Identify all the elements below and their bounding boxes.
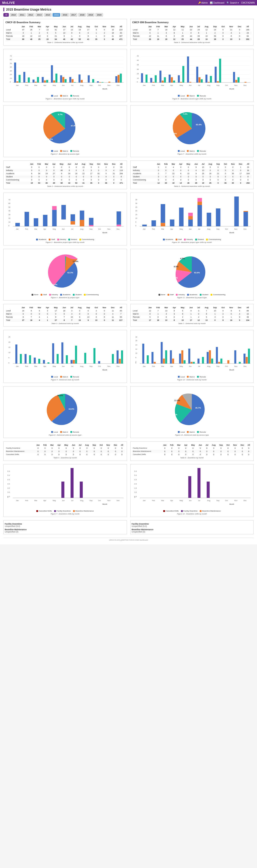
fig4-box: 62.3% 24.6% 11.9% None Staff Industry Ac… (3, 249, 127, 301)
nav-admin[interactable]: 🔑 Admin (198, 2, 208, 4)
svg-rect-47 (109, 82, 111, 83)
fig4-caption: Figure 4 - Beamtime by project type (5, 297, 125, 299)
fig13-legend: Local Mail-In Remote (132, 431, 252, 433)
svg-text:Aug: Aug (80, 228, 83, 230)
svg-rect-233 (34, 358, 36, 364)
fig8-caption: Figure 8 - Delivered visits by access ty… (5, 434, 125, 436)
filter-2014[interactable]: 2014 (44, 13, 52, 17)
fig5-caption: Figure 5 - Delivered visits by month (5, 379, 125, 381)
svg-rect-24 (37, 77, 39, 83)
svg-text:Nov: Nov (107, 84, 111, 86)
fig4-chart: 62.3% 24.6% 11.9% (5, 252, 125, 292)
fig2-box: 47.8% 43.9% 8.7% Local Mail-In Remote Fi… (3, 105, 127, 157)
svg-text:Feb: Feb (25, 499, 28, 501)
svg-text:Jul: Jul (71, 365, 73, 367)
fig7-bm-caption: Figure 7 - Downtime shifts by month (132, 153, 252, 155)
fig12-svg: 18 16 14 12 10 8 2 0 (132, 334, 252, 374)
svg-text:0: 0 (134, 496, 135, 498)
svg-text:10: 10 (8, 221, 10, 223)
svg-text:60: 60 (8, 203, 10, 205)
nav-dashboard[interactable]: 📊 Dashboard (210, 2, 224, 4)
svg-text:0: 0 (135, 362, 136, 364)
svg-rect-196 (216, 208, 220, 226)
svg-text:Apr: Apr (44, 365, 46, 367)
svg-text:Apr: Apr (44, 499, 46, 501)
svg-text:25.0%: 25.0% (172, 277, 178, 279)
svg-rect-99 (201, 79, 203, 83)
fig3-legend: Academic Staff Industry Student Commissi… (5, 239, 125, 241)
svg-text:Mar: Mar (161, 499, 164, 501)
svg-rect-317 (239, 362, 241, 364)
svg-text:47.8%: 47.8% (71, 125, 77, 127)
filter-2020[interactable]: 2020 (95, 13, 103, 17)
fig7-legend: Local Mail-In Remote (132, 150, 252, 152)
svg-text:25: 25 (135, 206, 137, 208)
fig13-svg: 36.7% 22.4% 11.9% (160, 390, 223, 430)
svg-rect-350 (70, 468, 74, 498)
filter-all[interactable]: All (3, 13, 9, 17)
svg-text:Feb: Feb (152, 228, 155, 230)
svg-text:Oct: Oct (225, 228, 228, 230)
fig7-svg: 63.4% 29.8% 7.0% (160, 108, 223, 149)
svg-text:10: 10 (8, 351, 10, 353)
downtime-detail-bm: Facility Downtime Unspecified (9.0) Beam… (130, 520, 254, 534)
svg-rect-36 (74, 82, 76, 83)
filter-2015[interactable]: 2015 (53, 13, 60, 17)
svg-text:Oct: Oct (225, 365, 228, 367)
nav-search[interactable]: 🔍 Search ▾ (227, 2, 239, 4)
svg-text:Mar: Mar (161, 228, 164, 230)
filter-2018[interactable]: 2018 (78, 13, 86, 17)
svg-text:0: 0 (135, 225, 136, 227)
filter-2012[interactable]: 2012 (27, 13, 34, 17)
svg-text:Nov: Nov (107, 499, 111, 501)
filter-2016[interactable]: 2016 (61, 13, 69, 17)
filter-2019[interactable]: 2019 (87, 13, 94, 17)
svg-text:35: 35 (135, 198, 137, 200)
svg-rect-246 (73, 360, 75, 364)
svg-rect-43 (97, 81, 99, 83)
svg-text:30: 30 (135, 203, 137, 205)
project-bm-caption: Table 6 - Delivered beamtime shifts by m… (132, 185, 252, 187)
facility-downtime-id-value: Unspecified (9.0) (5, 525, 125, 527)
fig5-chart: 25 20 15 10 5 0 (5, 334, 125, 374)
svg-text:Apr: Apr (170, 84, 173, 86)
fig-downtime-bm-chart: 5.5 5.0 4.5 4.0 3.5 3.0 0.5 0 Jan Feb Ma… (132, 468, 252, 508)
svg-rect-97 (196, 67, 198, 83)
svg-text:Jun: Jun (189, 365, 191, 367)
filter-2017[interactable]: 2017 (70, 13, 77, 17)
svg-text:Aug: Aug (80, 84, 83, 86)
svg-rect-187 (170, 219, 174, 226)
svg-text:63.4%: 63.4% (196, 123, 202, 126)
svg-rect-28 (51, 65, 53, 83)
svg-text:Jul: Jul (198, 84, 200, 86)
visits-id-box: JanFebMarAprMayJunJulAugSepOctNovDecAll … (3, 304, 127, 327)
svg-rect-375 (198, 468, 200, 498)
svg-rect-189 (188, 219, 193, 226)
fig4-legend: None Staff Industry Academic Student Com… (5, 293, 125, 296)
visits-bm-caption: Table 7 - Delivered visits by month (132, 322, 252, 324)
nav-user[interactable]: CMCFADMIN (241, 2, 255, 4)
svg-rect-86 (162, 81, 164, 83)
svg-rect-297 (179, 353, 181, 364)
svg-text:Dec: Dec (244, 228, 247, 230)
svg-text:Month: Month (102, 503, 107, 505)
svg-text:Nov: Nov (107, 365, 111, 367)
svg-rect-27 (46, 80, 48, 83)
filter-2011[interactable]: 2011 (18, 13, 26, 17)
downtime-id-box: JanFebMarAprMayJunJulAugSepOctNovDecAll … (3, 441, 127, 461)
svg-text:Jul: Jul (71, 228, 73, 230)
filter-2013[interactable]: 2013 (35, 13, 43, 17)
filter-2010[interactable]: 2010 (10, 13, 17, 17)
project-pie-charts: 62.3% 24.6% 11.9% None Staff Industry Ac… (3, 249, 254, 301)
svg-rect-241 (57, 354, 59, 364)
svg-text:5.5: 5.5 (134, 470, 137, 472)
downtime-id-caption: Table 4 - Downtime by month (5, 457, 125, 459)
svg-text:40: 40 (10, 66, 12, 68)
svg-rect-90 (173, 81, 175, 83)
fig1-caption: Figure 1 - Beamtime access type shifts b… (5, 98, 125, 100)
fig11-box: 63.6% 25.0% 6.5% 4.5% None Staff Industr… (130, 249, 254, 301)
svg-text:16.0%: 16.0% (57, 394, 63, 397)
svg-text:4.5%: 4.5% (180, 257, 185, 259)
svg-rect-91 (178, 75, 180, 83)
svg-text:30: 30 (10, 70, 12, 72)
